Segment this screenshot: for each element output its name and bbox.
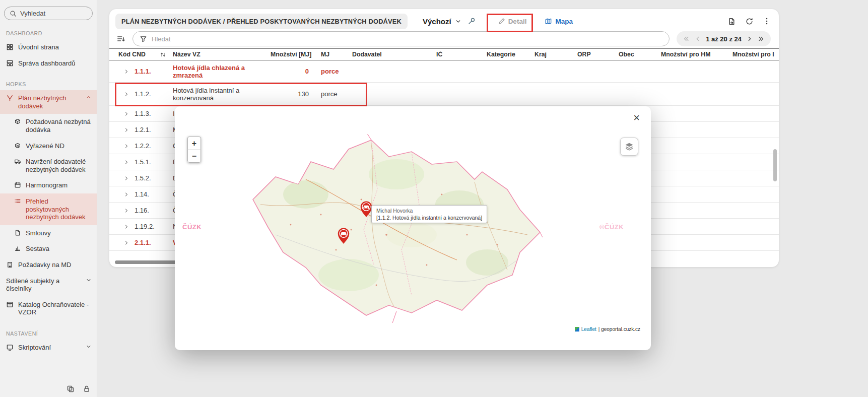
sidebar-item-katalog-ochranovatele[interactable]: Katalog Ochraňovatele - VZOR (0, 297, 97, 320)
expand-row-icon[interactable] (123, 208, 129, 214)
column-header-obec[interactable]: Obec (615, 51, 657, 58)
expand-row-icon[interactable] (123, 191, 129, 197)
table-row[interactable]: 1.1.2. Hotová jídla instantní a konzervo… (109, 83, 779, 106)
prev-page-button[interactable] (694, 35, 701, 42)
view-selector[interactable]: Výchozí (423, 17, 461, 26)
zoom-out-button[interactable]: − (187, 150, 201, 163)
expand-row-icon[interactable] (123, 175, 129, 181)
table-search-input[interactable] (152, 35, 662, 43)
sidebar-item-sdilene-subjekty[interactable]: Sdílené subjekty a číselníky (0, 273, 97, 297)
row-code: 1.2.1. (135, 126, 151, 134)
first-page-button[interactable] (683, 35, 690, 42)
leaflet-map[interactable]: + − Michal Ho (175, 106, 651, 350)
column-header-dodavatel[interactable]: Dodavatel (348, 51, 432, 58)
sidebar-item-label: Sestava (26, 245, 92, 253)
vertical-scrollbar[interactable] (773, 149, 777, 181)
card-header-actions (727, 17, 771, 26)
next-page-button[interactable] (746, 35, 753, 42)
tooltip-supplier-name: Michal Hovorka (376, 208, 482, 214)
sidebar-item-prehled-poskytovanych[interactable]: Přehled poskytovaných nezbytných dodávek (0, 193, 97, 225)
section-label-dashboard: DASHBOARD (0, 20, 97, 39)
sidebar-item-label: Katalog Ochraňovatele - VZOR (18, 301, 92, 316)
column-header-mj[interactable]: MJ (317, 51, 348, 58)
catalog-icon (6, 301, 14, 308)
close-icon[interactable]: × (633, 112, 640, 123)
sidebar-item-vyrazene-nd[interactable]: Vyřazené ND (0, 138, 97, 154)
column-settings-button[interactable] (116, 34, 125, 43)
sort-icon[interactable] (160, 51, 166, 58)
sidebar-search[interactable] (4, 7, 93, 20)
kebab-menu-icon[interactable] (763, 17, 771, 25)
column-header-kraj[interactable]: Kraj (530, 51, 573, 58)
filter-icon (140, 35, 147, 43)
row-code: 1.19.2. (135, 223, 155, 230)
last-page-button[interactable] (758, 35, 765, 42)
column-header-mnozstvi-pro-i[interactable]: Množství pro I (728, 51, 779, 58)
sidebar-item-skriptovani[interactable]: Skriptování (0, 340, 97, 356)
chevron-down-icon (86, 277, 92, 283)
expand-row-icon[interactable] (123, 159, 129, 165)
view-selector-label: Výchozí (423, 17, 451, 26)
mapa-button[interactable]: Mapa (545, 18, 573, 25)
leaflet-link[interactable]: Leaflet (581, 326, 596, 332)
sidebar-item-pozadavky-na-md[interactable]: Požadavky na MD (0, 257, 97, 273)
excluded-icon (14, 142, 21, 149)
refresh-icon[interactable] (745, 17, 754, 26)
row-name: Hotová jídla instantní a konzervovaná (169, 87, 266, 102)
sidebar-item-harmonogram[interactable]: Harmonogram (0, 177, 97, 193)
column-header-ic[interactable]: IČ (432, 51, 483, 58)
sidebar-item-sestava[interactable]: Sestava (0, 241, 97, 257)
scripting-icon (6, 344, 14, 351)
md-requests-icon (6, 261, 14, 269)
sidebar-item-label: Harmonogram (26, 181, 92, 189)
expand-row-icon[interactable] (123, 224, 129, 230)
expand-row-icon[interactable] (123, 143, 129, 149)
contracts-icon (14, 229, 21, 236)
row-code: 1.5.2. (135, 174, 151, 182)
column-header-orp[interactable]: ORP (573, 51, 615, 58)
zoom-control: + − (187, 137, 201, 163)
table-search[interactable] (132, 31, 670, 46)
expand-row-icon[interactable] (123, 111, 129, 117)
zoom-in-button[interactable]: + (187, 137, 201, 150)
attribution-text: | geoportal.cuzk.cz (598, 326, 640, 332)
row-code: 1.1.3. (135, 110, 151, 117)
sidebar-item-plan-nezbytnych-dodavek[interactable]: Plán nezbytných dodávek (0, 90, 97, 114)
column-header-mnozstvi-mj[interactable]: Množství [MJ] (266, 51, 317, 58)
pin-view-button[interactable] (468, 17, 476, 25)
expand-row-icon[interactable] (123, 127, 129, 133)
copy-icon[interactable] (66, 385, 75, 393)
expand-row-icon[interactable] (123, 240, 129, 246)
map-marker-vehicle[interactable] (337, 227, 350, 245)
sidebar-item-label: Smlouvy (26, 229, 92, 237)
export-document-icon[interactable] (727, 17, 736, 26)
search-icon (10, 10, 17, 17)
sidebar-item-smlouvy[interactable]: Smlouvy (0, 225, 97, 241)
dashboard-icon (6, 43, 14, 51)
column-header-mnozstvi-pro-hm[interactable]: Množství pro HM (657, 51, 728, 58)
detail-button[interactable]: Detail (498, 18, 527, 25)
sidebar-item-sprava-dashboardu[interactable]: Správa dashboardů (0, 55, 97, 72)
sidebar-search-input[interactable] (20, 10, 81, 17)
chevron-down-icon (455, 18, 461, 25)
chevron-up-icon (86, 94, 92, 100)
chevrons-left-icon (683, 35, 690, 42)
column-header-label: Kód CND (118, 51, 146, 58)
column-header-nazev-vz[interactable]: Název VZ (169, 51, 266, 58)
expand-row-icon[interactable] (123, 69, 129, 75)
table-row[interactable]: 1.1.1. Hotová jídla chlazená a zmrazená … (109, 60, 779, 83)
row-mj: porce (317, 68, 348, 75)
layers-control-button[interactable] (620, 138, 638, 156)
lock-icon[interactable] (83, 385, 91, 393)
column-header-kod-cnd[interactable]: Kód CND (114, 51, 169, 58)
sidebar-item-navrzeni-dodavatele[interactable]: Navržení dodavatelé nezbytných dodávek (0, 154, 97, 177)
sidebar-item-pozadovana-nezbytna-dodavka[interactable]: Požadovaná nezbytná dodávka (0, 114, 97, 138)
column-header-kategorie[interactable]: Kategorie (483, 51, 530, 58)
expand-row-icon[interactable] (123, 91, 129, 97)
map-modal-dialog: × (175, 106, 651, 350)
sidebar-item-uvodni-strana[interactable]: Úvodní strana (0, 39, 97, 55)
pencil-icon (498, 18, 505, 25)
row-code: 2.1.1. (135, 239, 151, 246)
cuzk-watermark-left: ČÚZK (182, 223, 202, 231)
marker-tooltip: Michal Hovorka [1.1.2. Hotová jídla inst… (371, 205, 487, 223)
